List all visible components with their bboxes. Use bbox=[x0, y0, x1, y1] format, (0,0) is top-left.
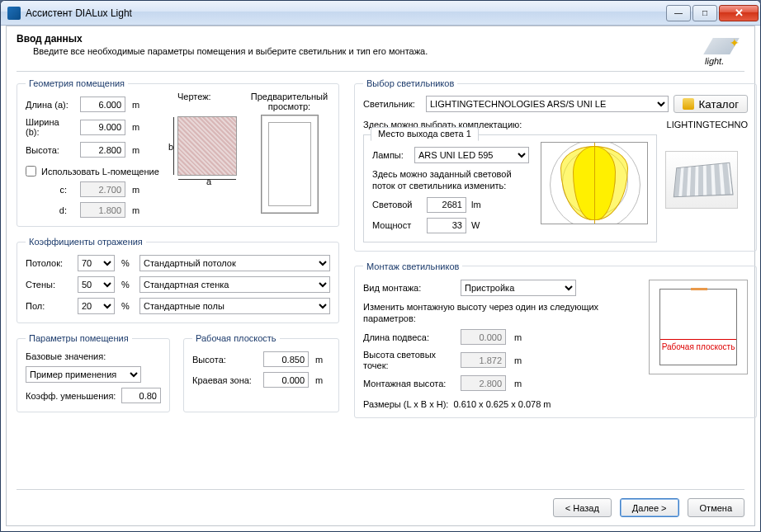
app-icon bbox=[7, 7, 21, 20]
c-input bbox=[80, 181, 125, 197]
page-subtitle: Введите все необходимые параметры помеще… bbox=[33, 46, 428, 56]
floor-type-select[interactable]: Стандартные полы bbox=[139, 298, 330, 314]
mount-note: Изменить монтажную высоту через один из … bbox=[363, 301, 637, 325]
mountheight-label: Монтажная высота: bbox=[363, 379, 454, 388]
workplane-legend: Рабочая плоскость bbox=[192, 333, 280, 343]
height-label: Высота: bbox=[26, 145, 75, 155]
maximize-button[interactable]: □ bbox=[692, 5, 717, 21]
mounting-legend: Монтаж светильников bbox=[363, 261, 462, 271]
luminaire-group: Выбор светильников Светильник: LIGHTINGT… bbox=[354, 78, 757, 252]
floor-label: Пол: bbox=[26, 301, 71, 311]
reflectance-legend: Коэффициенты отражения bbox=[26, 237, 146, 247]
close-button[interactable]: ✕ bbox=[719, 5, 759, 21]
room-params-group: Параметры помещения Базовые значения: Пр… bbox=[17, 333, 170, 412]
luminaire-select[interactable]: LIGHTINGTECHNOLOGIES ARS/S UNI LE bbox=[426, 96, 669, 112]
mount-type-select[interactable]: Пристройка bbox=[461, 280, 576, 296]
geometry-group: Геометрия помещения Длина (a): m Ширина … bbox=[17, 78, 339, 227]
back-button[interactable]: < Назад bbox=[553, 498, 612, 517]
lamps-label: Лампы: bbox=[372, 150, 409, 160]
wp-edge-input[interactable] bbox=[263, 372, 309, 388]
coeff-input[interactable] bbox=[121, 388, 161, 403]
height-input[interactable] bbox=[80, 142, 125, 158]
mountheight-input bbox=[461, 375, 506, 391]
app-window: Ассистент DIALux Light — □ ✕ Ввод данных… bbox=[0, 0, 761, 532]
preview-label: Предварительный просмотр: bbox=[248, 92, 330, 111]
page-title: Ввод данных bbox=[17, 33, 428, 45]
lightpoint-label: Высота световых точек: bbox=[363, 350, 454, 370]
wp-edge-label: Краевая зона: bbox=[192, 375, 258, 385]
width-label: Ширина (b): bbox=[26, 117, 75, 137]
base-values-label: Базовые значения: bbox=[26, 351, 161, 361]
reflectance-group: Коэффициенты отражения Потолок: 70 % Ста… bbox=[17, 237, 339, 323]
minimize-button[interactable]: — bbox=[666, 5, 691, 21]
luminaire-photo bbox=[665, 151, 738, 209]
tab-light-exit-1[interactable]: Место выхода света 1 bbox=[371, 127, 479, 141]
mounting-group: Монтаж светильников Вид монтажа: Пристро… bbox=[354, 261, 757, 419]
geometry-legend: Геометрия помещения bbox=[26, 78, 128, 88]
walls-label: Стены: bbox=[26, 280, 71, 290]
lightpoint-input bbox=[461, 352, 506, 368]
window-title: Ассистент DIALux Light bbox=[26, 7, 666, 19]
wizard-footer: < Назад Далее > Отмена bbox=[17, 489, 744, 517]
c-label: c: bbox=[26, 185, 75, 195]
use-l-room-checkbox[interactable]: Использовать L-помещение bbox=[26, 166, 166, 177]
brand-short: LIGHTINGTECHNO bbox=[667, 120, 748, 129]
coeff-label: Коэфф. уменьшения: bbox=[26, 391, 116, 401]
titlebar: Ассистент DIALux Light — □ ✕ bbox=[1, 1, 760, 26]
mounting-preview: Рабочая плоскость bbox=[649, 280, 748, 374]
next-button[interactable]: Далее > bbox=[620, 498, 679, 517]
dialux-logo: ✦ light. bbox=[703, 33, 744, 66]
lamps-select[interactable]: ARS UNI LED 595 bbox=[414, 147, 529, 163]
room-params-legend: Параметры помещения bbox=[26, 333, 132, 343]
workplane-text: Рабочая плоскость bbox=[660, 342, 736, 351]
length-input[interactable] bbox=[80, 97, 125, 112]
client-area: Ввод данных Введите все необходимые пара… bbox=[6, 26, 755, 526]
wp-height-label: Высота: bbox=[192, 355, 258, 365]
ceiling-type-select[interactable]: Стандартный потолок bbox=[139, 255, 330, 271]
width-input[interactable] bbox=[80, 120, 125, 135]
flux-label: Световой bbox=[372, 200, 422, 210]
power-input[interactable] bbox=[427, 218, 466, 233]
d-input bbox=[80, 202, 125, 218]
cancel-button[interactable]: Отмена bbox=[688, 498, 744, 517]
floor-pct-select[interactable]: 20 bbox=[78, 298, 115, 314]
walls-pct-select[interactable]: 50 bbox=[78, 276, 115, 293]
walls-type-select[interactable]: Стандартная стенка bbox=[139, 276, 330, 293]
flux-note: Здесь можно заданный световой поток от с… bbox=[372, 168, 529, 192]
flux-input[interactable] bbox=[427, 197, 466, 213]
luminaire-label: Светильник: bbox=[363, 99, 421, 109]
drop-label: Длина подвеса: bbox=[363, 332, 454, 342]
drop-input bbox=[461, 329, 506, 345]
workplane-group: Рабочая плоскость Высота: m Краевая зона… bbox=[183, 333, 339, 412]
dims-label: Размеры (L x B x H): bbox=[363, 399, 448, 409]
ceiling-label: Потолок: bbox=[26, 258, 71, 268]
room-preview bbox=[261, 115, 319, 214]
luminaire-legend: Выбор светильников bbox=[363, 78, 457, 88]
base-values-select[interactable]: Пример применения bbox=[26, 366, 141, 383]
room-drawing bbox=[177, 116, 237, 176]
length-label: Длина (a): bbox=[26, 100, 75, 110]
mount-type-label: Вид монтажа: bbox=[363, 283, 454, 293]
dims-value: 0.610 x 0.625 x 0.078 m bbox=[454, 399, 551, 409]
wp-height-input[interactable] bbox=[263, 351, 309, 367]
d-label: d: bbox=[26, 205, 75, 215]
power-label: Мощност bbox=[372, 220, 422, 230]
polar-diagram bbox=[541, 142, 648, 224]
catalog-button[interactable]: Каталог bbox=[674, 95, 748, 113]
drawing-label: Чертеж: bbox=[177, 92, 237, 101]
catalog-icon bbox=[683, 98, 694, 110]
light-exit-tab: Место выхода света 1 Лампы: ARS UNI LED … bbox=[363, 134, 657, 242]
ceiling-pct-select[interactable]: 70 bbox=[78, 255, 115, 271]
